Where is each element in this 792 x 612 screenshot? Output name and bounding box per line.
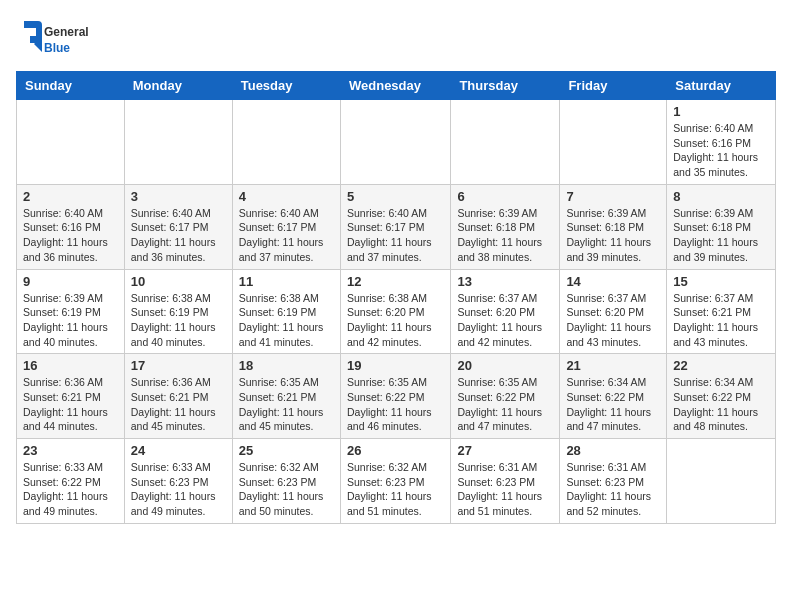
day-number: 10 bbox=[131, 274, 226, 289]
calendar-cell: 26Sunrise: 6:32 AM Sunset: 6:23 PM Dayli… bbox=[340, 439, 450, 524]
day-info: Sunrise: 6:34 AM Sunset: 6:22 PM Dayligh… bbox=[566, 375, 660, 434]
day-number: 19 bbox=[347, 358, 444, 373]
calendar-cell bbox=[17, 100, 125, 185]
day-info: Sunrise: 6:37 AM Sunset: 6:20 PM Dayligh… bbox=[457, 291, 553, 350]
day-number: 23 bbox=[23, 443, 118, 458]
day-info: Sunrise: 6:40 AM Sunset: 6:17 PM Dayligh… bbox=[131, 206, 226, 265]
day-info: Sunrise: 6:35 AM Sunset: 6:22 PM Dayligh… bbox=[347, 375, 444, 434]
logo: General Blue bbox=[16, 16, 96, 61]
day-info: Sunrise: 6:40 AM Sunset: 6:16 PM Dayligh… bbox=[673, 121, 769, 180]
day-info: Sunrise: 6:33 AM Sunset: 6:22 PM Dayligh… bbox=[23, 460, 118, 519]
day-info: Sunrise: 6:40 AM Sunset: 6:17 PM Dayligh… bbox=[347, 206, 444, 265]
header: General Blue bbox=[16, 16, 776, 61]
day-number: 20 bbox=[457, 358, 553, 373]
logo-svg: General Blue bbox=[16, 16, 96, 61]
calendar-cell: 6Sunrise: 6:39 AM Sunset: 6:18 PM Daylig… bbox=[451, 184, 560, 269]
day-number: 28 bbox=[566, 443, 660, 458]
col-header-wednesday: Wednesday bbox=[340, 72, 450, 100]
calendar-cell: 10Sunrise: 6:38 AM Sunset: 6:19 PM Dayli… bbox=[124, 269, 232, 354]
day-number: 25 bbox=[239, 443, 334, 458]
day-info: Sunrise: 6:40 AM Sunset: 6:17 PM Dayligh… bbox=[239, 206, 334, 265]
day-info: Sunrise: 6:32 AM Sunset: 6:23 PM Dayligh… bbox=[239, 460, 334, 519]
calendar-cell: 4Sunrise: 6:40 AM Sunset: 6:17 PM Daylig… bbox=[232, 184, 340, 269]
calendar-cell bbox=[560, 100, 667, 185]
day-info: Sunrise: 6:40 AM Sunset: 6:16 PM Dayligh… bbox=[23, 206, 118, 265]
day-number: 6 bbox=[457, 189, 553, 204]
calendar-cell: 5Sunrise: 6:40 AM Sunset: 6:17 PM Daylig… bbox=[340, 184, 450, 269]
day-info: Sunrise: 6:33 AM Sunset: 6:23 PM Dayligh… bbox=[131, 460, 226, 519]
day-number: 7 bbox=[566, 189, 660, 204]
calendar-cell: 11Sunrise: 6:38 AM Sunset: 6:19 PM Dayli… bbox=[232, 269, 340, 354]
calendar-cell: 25Sunrise: 6:32 AM Sunset: 6:23 PM Dayli… bbox=[232, 439, 340, 524]
calendar-cell: 2Sunrise: 6:40 AM Sunset: 6:16 PM Daylig… bbox=[17, 184, 125, 269]
calendar-week-3: 9Sunrise: 6:39 AM Sunset: 6:19 PM Daylig… bbox=[17, 269, 776, 354]
calendar-week-2: 2Sunrise: 6:40 AM Sunset: 6:16 PM Daylig… bbox=[17, 184, 776, 269]
calendar-cell: 24Sunrise: 6:33 AM Sunset: 6:23 PM Dayli… bbox=[124, 439, 232, 524]
day-number: 26 bbox=[347, 443, 444, 458]
col-header-thursday: Thursday bbox=[451, 72, 560, 100]
day-number: 9 bbox=[23, 274, 118, 289]
day-info: Sunrise: 6:39 AM Sunset: 6:19 PM Dayligh… bbox=[23, 291, 118, 350]
calendar-cell: 9Sunrise: 6:39 AM Sunset: 6:19 PM Daylig… bbox=[17, 269, 125, 354]
day-number: 4 bbox=[239, 189, 334, 204]
day-number: 27 bbox=[457, 443, 553, 458]
day-info: Sunrise: 6:31 AM Sunset: 6:23 PM Dayligh… bbox=[566, 460, 660, 519]
calendar-cell bbox=[232, 100, 340, 185]
day-number: 18 bbox=[239, 358, 334, 373]
day-number: 13 bbox=[457, 274, 553, 289]
day-number: 8 bbox=[673, 189, 769, 204]
calendar-cell: 12Sunrise: 6:38 AM Sunset: 6:20 PM Dayli… bbox=[340, 269, 450, 354]
day-number: 17 bbox=[131, 358, 226, 373]
calendar-cell: 15Sunrise: 6:37 AM Sunset: 6:21 PM Dayli… bbox=[667, 269, 776, 354]
calendar-cell: 14Sunrise: 6:37 AM Sunset: 6:20 PM Dayli… bbox=[560, 269, 667, 354]
calendar-week-5: 23Sunrise: 6:33 AM Sunset: 6:22 PM Dayli… bbox=[17, 439, 776, 524]
day-info: Sunrise: 6:38 AM Sunset: 6:19 PM Dayligh… bbox=[131, 291, 226, 350]
calendar-cell bbox=[451, 100, 560, 185]
col-header-monday: Monday bbox=[124, 72, 232, 100]
day-number: 2 bbox=[23, 189, 118, 204]
day-info: Sunrise: 6:37 AM Sunset: 6:20 PM Dayligh… bbox=[566, 291, 660, 350]
calendar-cell: 21Sunrise: 6:34 AM Sunset: 6:22 PM Dayli… bbox=[560, 354, 667, 439]
day-info: Sunrise: 6:37 AM Sunset: 6:21 PM Dayligh… bbox=[673, 291, 769, 350]
day-number: 3 bbox=[131, 189, 226, 204]
svg-text:General: General bbox=[44, 25, 89, 39]
day-number: 1 bbox=[673, 104, 769, 119]
calendar-cell bbox=[124, 100, 232, 185]
calendar-cell: 16Sunrise: 6:36 AM Sunset: 6:21 PM Dayli… bbox=[17, 354, 125, 439]
day-number: 21 bbox=[566, 358, 660, 373]
calendar-cell: 27Sunrise: 6:31 AM Sunset: 6:23 PM Dayli… bbox=[451, 439, 560, 524]
calendar-cell: 18Sunrise: 6:35 AM Sunset: 6:21 PM Dayli… bbox=[232, 354, 340, 439]
day-info: Sunrise: 6:35 AM Sunset: 6:21 PM Dayligh… bbox=[239, 375, 334, 434]
calendar-cell: 13Sunrise: 6:37 AM Sunset: 6:20 PM Dayli… bbox=[451, 269, 560, 354]
day-number: 22 bbox=[673, 358, 769, 373]
day-number: 11 bbox=[239, 274, 334, 289]
col-header-tuesday: Tuesday bbox=[232, 72, 340, 100]
svg-text:Blue: Blue bbox=[44, 41, 70, 55]
day-number: 24 bbox=[131, 443, 226, 458]
day-number: 15 bbox=[673, 274, 769, 289]
calendar-table: SundayMondayTuesdayWednesdayThursdayFrid… bbox=[16, 71, 776, 524]
day-info: Sunrise: 6:38 AM Sunset: 6:20 PM Dayligh… bbox=[347, 291, 444, 350]
calendar-cell: 23Sunrise: 6:33 AM Sunset: 6:22 PM Dayli… bbox=[17, 439, 125, 524]
day-number: 16 bbox=[23, 358, 118, 373]
day-info: Sunrise: 6:36 AM Sunset: 6:21 PM Dayligh… bbox=[131, 375, 226, 434]
calendar-cell: 1Sunrise: 6:40 AM Sunset: 6:16 PM Daylig… bbox=[667, 100, 776, 185]
calendar-week-4: 16Sunrise: 6:36 AM Sunset: 6:21 PM Dayli… bbox=[17, 354, 776, 439]
calendar-cell: 17Sunrise: 6:36 AM Sunset: 6:21 PM Dayli… bbox=[124, 354, 232, 439]
day-info: Sunrise: 6:35 AM Sunset: 6:22 PM Dayligh… bbox=[457, 375, 553, 434]
day-info: Sunrise: 6:38 AM Sunset: 6:19 PM Dayligh… bbox=[239, 291, 334, 350]
calendar-cell: 28Sunrise: 6:31 AM Sunset: 6:23 PM Dayli… bbox=[560, 439, 667, 524]
calendar-cell bbox=[667, 439, 776, 524]
day-info: Sunrise: 6:36 AM Sunset: 6:21 PM Dayligh… bbox=[23, 375, 118, 434]
day-number: 14 bbox=[566, 274, 660, 289]
day-info: Sunrise: 6:39 AM Sunset: 6:18 PM Dayligh… bbox=[566, 206, 660, 265]
day-number: 5 bbox=[347, 189, 444, 204]
calendar-cell: 19Sunrise: 6:35 AM Sunset: 6:22 PM Dayli… bbox=[340, 354, 450, 439]
day-info: Sunrise: 6:39 AM Sunset: 6:18 PM Dayligh… bbox=[673, 206, 769, 265]
day-info: Sunrise: 6:39 AM Sunset: 6:18 PM Dayligh… bbox=[457, 206, 553, 265]
calendar-cell bbox=[340, 100, 450, 185]
col-header-sunday: Sunday bbox=[17, 72, 125, 100]
day-number: 12 bbox=[347, 274, 444, 289]
col-header-friday: Friday bbox=[560, 72, 667, 100]
day-info: Sunrise: 6:34 AM Sunset: 6:22 PM Dayligh… bbox=[673, 375, 769, 434]
